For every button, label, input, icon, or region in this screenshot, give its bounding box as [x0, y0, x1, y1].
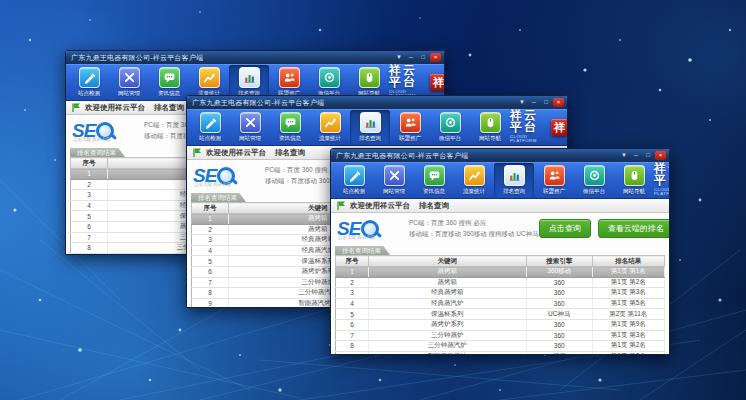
table-cell: 360 [526, 319, 592, 330]
seo-logo: SE 点击无限 商机无限 [70, 121, 138, 140]
table-row[interactable]: 1蒸烤箱360移动第1页 第1名 [336, 267, 665, 278]
table-row[interactable]: 3经典蒸烤箱360第1页 第3名 [336, 288, 665, 299]
toolbar-item-info[interactable]: 资讯信息 [270, 110, 310, 145]
table-cell: 第2页 第11名 [592, 309, 664, 320]
seo-tagline: 点击无限 商机无限 [73, 136, 110, 143]
close-button[interactable]: × [430, 53, 441, 62]
table-row[interactable]: 2蒸烤箱360第1页 第2名 [336, 277, 665, 288]
tab-strip: 排名查询结果 [335, 244, 665, 255]
skin-button[interactable]: ▼ [619, 151, 629, 160]
table-cell: 4 [71, 200, 108, 211]
toolbar-item-ranking[interactable]: 排名查询 [494, 163, 534, 198]
table-cell: 搜狗 [526, 351, 592, 354]
toolbar-item-nav[interactable]: 网站导航 [614, 163, 654, 198]
table-cell: 蒸烤箱 [368, 267, 526, 278]
toolbar-item-traffic[interactable]: 流量统计 [454, 163, 494, 198]
site-check-icon [79, 67, 100, 88]
query-button[interactable]: 点击查询 [539, 219, 591, 238]
toolbar-item-site-manage[interactable]: 网站管理 [230, 110, 270, 145]
table-cell: 360 [526, 288, 592, 299]
table-cell: 1 [192, 214, 229, 225]
toolbar-item-wechat[interactable]: 微信平台 [574, 163, 614, 198]
table-cell: 4 [192, 245, 229, 256]
toolbar-item-site-check[interactable]: 站点检测 [190, 110, 230, 145]
toolbar-item-promo[interactable]: 联盟推广 [390, 110, 430, 145]
toolbar-item-label: 排名查询 [359, 134, 381, 142]
toolbar-item-label: 资讯信息 [423, 187, 445, 195]
table-row[interactable]: 8三分钟蒸汽炉360第1页 第2名 [336, 341, 665, 352]
minimize-button[interactable]: ─ [406, 53, 416, 62]
skin-button[interactable]: ▼ [517, 98, 527, 107]
welcome-text: 欢迎使用祥云平台 [206, 148, 266, 158]
maximize-button[interactable]: □ [418, 53, 428, 62]
table-cell: 7 [192, 277, 229, 288]
brand-subtitle: CLOUD PLATFORM [510, 134, 537, 143]
table-cell: 7 [336, 330, 369, 341]
table-cell: 2 [192, 224, 229, 235]
table-cell: 保温杯系列 [368, 309, 526, 320]
table-row[interactable]: 6蒸烤炉系列360第1页 第9名 [336, 319, 665, 330]
toolbar-item-site-manage[interactable]: 网站管理 [374, 163, 414, 198]
bar-chart-icon [360, 112, 381, 133]
message-icon [424, 165, 445, 186]
tab-ranking-results[interactable]: 排名查询结果 [335, 246, 390, 256]
window-controls: ▼ ─ □ × [517, 98, 564, 107]
table-cell: 经典蒸烤箱 [368, 288, 526, 299]
column-header-result: 排名结果 [592, 256, 664, 267]
toolbar-item-label: 网站管理 [383, 187, 405, 195]
table-row[interactable]: 7三分钟蒸炉360第1页 第3名 [336, 330, 665, 341]
tab-ranking-results[interactable]: 排名查询结果 [70, 148, 125, 158]
table-cell: UC神马 [526, 309, 592, 320]
table-row[interactable]: 5保温杯系列UC神马第2页 第11名 [336, 309, 665, 320]
site-manage-icon [119, 67, 140, 88]
view-cloud-ranking-button[interactable]: 查看云端的排名 [598, 219, 669, 238]
toolbar-item-info[interactable]: 资讯信息 [414, 163, 454, 198]
maximize-button[interactable]: □ [643, 151, 653, 160]
column-header-index: 序号 [71, 158, 108, 169]
minimize-button[interactable]: ─ [631, 151, 641, 160]
skin-button[interactable]: ▼ [394, 53, 404, 62]
brand-seal-icon: 祥 [430, 74, 445, 91]
column-header-engine: 搜索引擎 [526, 256, 592, 267]
content-area: SE 点击无限 商机无限 PC端：百度 360 搜狗 必应 移动端：百度移动 3… [331, 213, 669, 354]
table-row[interactable]: 9智能蒸汽烤炉搜狗第1页 第3名 [336, 351, 665, 354]
close-button[interactable]: × [553, 98, 564, 107]
tab-ranking-results[interactable]: 排名查询结果 [191, 193, 246, 203]
window-controls: ▼ ─ □ × [394, 53, 441, 62]
minimize-button[interactable]: ─ [529, 98, 539, 107]
message-icon [280, 112, 301, 133]
table-cell: 8 [192, 288, 229, 299]
maximize-button[interactable]: □ [541, 98, 551, 107]
current-page-label: 排名查询 [419, 201, 449, 211]
window-titlebar[interactable]: 广东九鼎王电器有限公司-祥云平台客户端 ▼ ─ □ × [331, 149, 669, 162]
toolbar-item-ranking[interactable]: 排名查询 [350, 110, 390, 145]
brand-subtitle: CLOUD PLATFORM [654, 187, 670, 196]
mouse-icon [624, 165, 645, 186]
toolbar-item-site-check[interactable]: 站点检测 [69, 65, 109, 100]
toolbar-item-traffic[interactable]: 流量统计 [310, 110, 350, 145]
close-button[interactable]: × [655, 151, 666, 160]
toolbar-item-site-manage[interactable]: 网站管理 [109, 65, 149, 100]
table-cell: 三分钟蒸汽炉 [368, 341, 526, 352]
toolbar-item-promo[interactable]: 联盟推广 [534, 163, 574, 198]
toolbar-item-info[interactable]: 资讯信息 [149, 65, 189, 100]
toolbar-item-label: 网站管理 [118, 89, 140, 97]
table-row[interactable]: 4经典蒸汽炉360第1页 第5名 [336, 298, 665, 309]
site-check-icon [200, 112, 221, 133]
table-cell: 第1页 第9名 [592, 319, 664, 330]
toolbar-item-label: 网站导航 [623, 187, 645, 195]
brand-name: 祥云平台 [654, 162, 670, 186]
toolbar-item-nav[interactable]: 网站导航 [470, 110, 510, 145]
toolbar-item-label: 流量统计 [319, 134, 341, 142]
site-check-icon [344, 165, 365, 186]
table-cell: 360 [526, 277, 592, 288]
table-cell: 蒸烤箱 [368, 277, 526, 288]
toolbar-item-label: 流量统计 [463, 187, 485, 195]
toolbar-item-site-check[interactable]: 站点检测 [334, 163, 374, 198]
seo-logo: SE 点击无限 商机无限 [335, 219, 403, 238]
table-cell: 三分钟蒸炉 [368, 330, 526, 341]
toolbar-item-label: 资讯信息 [279, 134, 301, 142]
table-cell: 7 [71, 232, 108, 243]
window-titlebar[interactable]: 广东九鼎王电器有限公司-祥云平台客户端 ▼ ─ □ × [66, 51, 444, 64]
toolbar-item-wechat[interactable]: 微信平台 [430, 110, 470, 145]
